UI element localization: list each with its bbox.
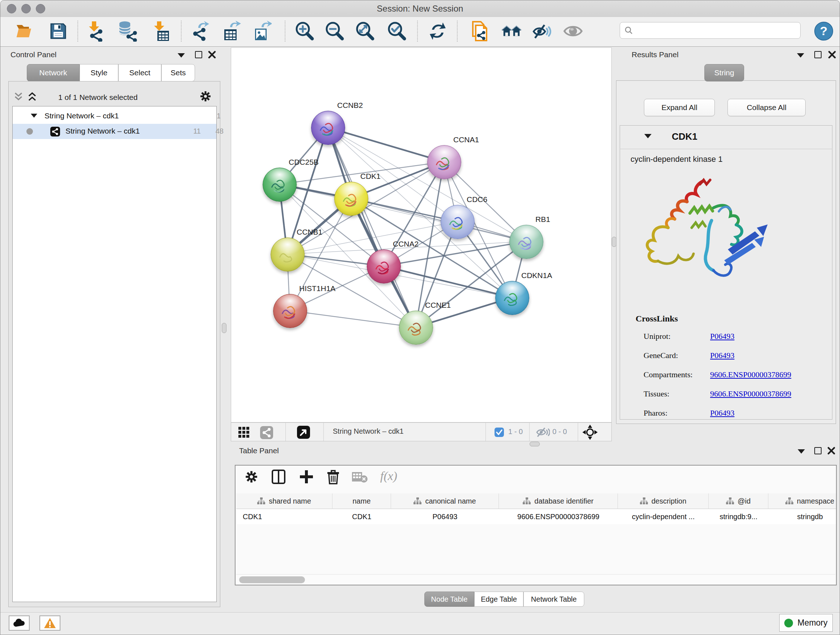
hscrollbar-thumb[interactable] — [239, 576, 305, 583]
node-CCNA2[interactable] — [367, 249, 401, 283]
control-tab-network[interactable]: Network — [27, 64, 80, 81]
results-panel-close-icon[interactable] — [828, 51, 836, 59]
edge-CCNB2-CCNA1[interactable] — [328, 127, 444, 162]
control-tab-select[interactable]: Select — [118, 64, 161, 81]
section-collapse-icon[interactable] — [644, 134, 652, 138]
column-header-name[interactable]: name — [332, 494, 391, 509]
collection-expander-icon[interactable] — [31, 114, 37, 118]
table-panel-menu-icon[interactable] — [798, 449, 805, 454]
node-RB1[interactable] — [509, 225, 543, 259]
edge-CDC25B-CDC6[interactable] — [279, 184, 457, 222]
zoom-selected-icon[interactable] — [386, 19, 407, 43]
export-table-icon[interactable] — [221, 19, 242, 43]
table-cell[interactable]: cyclin-dependent ... — [618, 509, 709, 524]
table-cell[interactable]: stringdb — [768, 509, 837, 524]
search-input[interactable] — [633, 26, 790, 35]
expand-all-button[interactable]: Expand All — [644, 99, 715, 116]
function-builder-icon[interactable]: f(x) — [380, 469, 397, 483]
node-CCNA1[interactable] — [427, 145, 461, 179]
node-CCNB2[interactable] — [311, 111, 345, 145]
left-splitter-handle[interactable] — [222, 323, 226, 333]
control-tab-style[interactable]: Style — [80, 64, 118, 81]
control-panel-menu-icon[interactable] — [178, 53, 185, 57]
protein-section-header[interactable]: CDK1 — [620, 125, 832, 149]
gear-icon[interactable] — [200, 90, 211, 102]
open-in-window-icon[interactable] — [297, 426, 310, 439]
results-panel-float-icon[interactable] — [814, 51, 821, 58]
column-header-canonical-name[interactable]: canonical name — [391, 494, 499, 509]
table-tab-network-table[interactable]: Network Table — [523, 592, 584, 607]
crosslink-link[interactable]: 9606.ENSP00000378699 — [710, 370, 791, 379]
grid-view-icon[interactable] — [238, 427, 250, 439]
table-tab-node-table[interactable]: Node Table — [424, 592, 474, 607]
table-cell[interactable]: CDK1 — [236, 509, 332, 524]
zoom-fit-icon[interactable] — [354, 19, 375, 43]
node-CDC25B[interactable] — [263, 168, 297, 202]
column-header-database-identifier[interactable]: database identifier — [499, 494, 618, 509]
import-network-file-icon[interactable] — [85, 19, 106, 43]
column-header-namespace[interactable]: namespace — [768, 494, 837, 509]
node-CDK1[interactable] — [334, 182, 368, 216]
table-cell[interactable]: CDK1 — [332, 509, 391, 524]
control-panel-float-icon[interactable] — [195, 51, 202, 58]
birds-eye-navigator-icon[interactable] — [583, 424, 598, 440]
table-tab-edge-table[interactable]: Edge Table — [474, 592, 523, 607]
horizontal-splitter-handle[interactable] — [530, 442, 540, 447]
collapse-all-button[interactable]: Collapse All — [728, 99, 806, 116]
export-network-icon[interactable] — [189, 19, 210, 43]
node-CCNE1[interactable] — [399, 310, 433, 345]
edge-HIST1H1A-CCNE1[interactable] — [290, 310, 416, 327]
network-from-document-icon[interactable] — [470, 19, 491, 43]
control-tab-sets[interactable]: Sets — [161, 64, 195, 81]
apply-layout-icon[interactable] — [427, 19, 448, 43]
import-table-file-icon[interactable] — [151, 19, 172, 43]
export-image-icon[interactable] — [251, 19, 272, 43]
network-row-selected[interactable]: String Network – cdk1 11 48 — [13, 124, 216, 139]
node-CCNB1[interactable] — [271, 238, 305, 272]
table-hscrollbar[interactable] — [236, 574, 835, 585]
node-HIST1H1A[interactable] — [273, 294, 307, 328]
node-CDKN1A[interactable] — [495, 281, 529, 315]
add-column-icon[interactable] — [299, 470, 314, 484]
show-columns-icon[interactable] — [272, 470, 286, 484]
collapse-all-chevrons-icon[interactable] — [13, 92, 24, 102]
right-splitter-handle[interactable] — [612, 237, 616, 247]
table-panel-close-icon[interactable] — [827, 447, 835, 455]
crosslink-link[interactable]: P06493 — [710, 409, 734, 418]
eye-icon[interactable] — [562, 19, 584, 43]
table-cell[interactable]: stringdb:9... — [709, 509, 768, 524]
column-header-description[interactable]: description — [618, 494, 709, 509]
expand-all-chevrons-icon[interactable] — [27, 92, 37, 102]
edge-CCNB2-CCNE1[interactable] — [328, 127, 416, 327]
column-header-shared-name[interactable]: shared name — [236, 494, 332, 509]
table-cell[interactable]: 9606.ENSP00000378699 — [499, 509, 618, 524]
crosslink-link[interactable]: 9606.ENSP00000378699 — [710, 389, 791, 399]
results-panel-menu-icon[interactable] — [797, 53, 804, 57]
zoom-out-icon[interactable] — [324, 19, 345, 43]
zoom-in-icon[interactable] — [294, 19, 315, 43]
memory-button[interactable]: Memory — [779, 614, 833, 632]
crosslink-link[interactable]: P06493 — [710, 351, 734, 360]
network-canvas[interactable]: CCNB2CCNA1CDC25BCDK1CDC6RB1CCNB1CCNA2CDK… — [231, 48, 612, 423]
control-panel-close-icon[interactable] — [208, 51, 216, 59]
houses-icon[interactable] — [501, 19, 522, 43]
save-session-icon[interactable] — [48, 19, 69, 43]
node-CDC6[interactable] — [441, 205, 475, 239]
import-network-database-icon[interactable] — [117, 19, 137, 43]
crosslink-link[interactable]: P06493 — [710, 332, 734, 341]
network-collection-row[interactable]: String Network – cdk1 1 — [13, 109, 216, 124]
search-field[interactable] — [620, 22, 801, 39]
table-cell[interactable]: P06493 — [391, 509, 499, 524]
table-panel-float-icon[interactable] — [814, 447, 821, 454]
share-network-icon[interactable] — [260, 426, 273, 439]
delete-column-trash-icon[interactable] — [327, 469, 340, 485]
hidden-eye-icon[interactable] — [536, 427, 550, 438]
edge-CDC6-CCNB1[interactable] — [287, 222, 457, 254]
warnings-button[interactable] — [39, 616, 60, 631]
cloud-button[interactable] — [9, 616, 30, 631]
table-settings-gear-icon[interactable] — [245, 470, 258, 483]
open-session-icon[interactable] — [14, 19, 35, 43]
selected-checkbox-icon[interactable] — [494, 428, 504, 437]
column-header-@id[interactable]: @id — [709, 494, 768, 509]
results-tab-string[interactable]: String — [704, 64, 744, 81]
